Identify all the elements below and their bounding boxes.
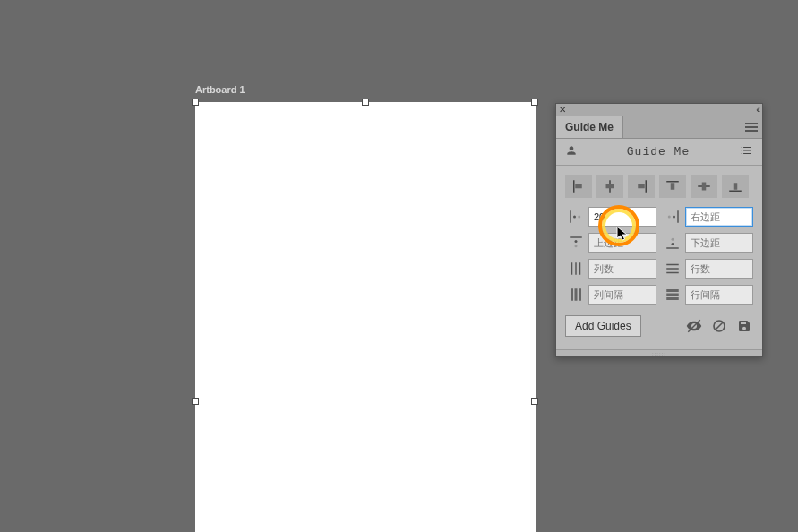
- svg-rect-4: [646, 180, 648, 193]
- align-hcenter-button[interactable]: [596, 175, 623, 198]
- selection-handle-tc[interactable]: [362, 99, 369, 106]
- margin-grid: [556, 203, 762, 315]
- gap-row: [565, 285, 753, 305]
- align-bottom-button[interactable]: [722, 175, 749, 198]
- panel-tab-guide-me[interactable]: Guide Me: [556, 116, 623, 138]
- svg-line-38: [716, 322, 723, 330]
- svg-rect-27: [666, 264, 679, 266]
- svg-rect-31: [575, 288, 578, 301]
- svg-rect-26: [579, 262, 581, 275]
- align-buttons-row: [556, 166, 762, 203]
- svg-rect-18: [570, 236, 582, 238]
- svg-rect-3: [606, 184, 614, 189]
- panel-tabbar: Guide Me: [556, 116, 762, 139]
- panel-title: Guide Me: [578, 145, 739, 159]
- svg-rect-11: [734, 183, 738, 190]
- panel-body: Guide Me: [556, 139, 762, 349]
- svg-rect-30: [571, 288, 573, 301]
- svg-rect-15: [677, 210, 679, 223]
- svg-point-19: [575, 240, 578, 243]
- column-gap-icon: [565, 285, 587, 305]
- svg-rect-24: [571, 262, 573, 275]
- panel-resize-grip[interactable]: ::::::: [556, 349, 762, 356]
- svg-rect-29: [666, 272, 679, 274]
- columns-icon: [565, 259, 587, 279]
- list-icon[interactable]: [739, 144, 753, 160]
- svg-rect-5: [638, 184, 645, 189]
- user-icon[interactable]: [565, 144, 578, 159]
- svg-rect-10: [729, 191, 742, 193]
- panel-close-icon[interactable]: ✕: [559, 105, 566, 115]
- count-row: [565, 259, 753, 279]
- artboard-label: Artboard 1: [195, 84, 245, 95]
- align-right-button[interactable]: [628, 175, 655, 198]
- selection-handle-tl[interactable]: [192, 99, 199, 106]
- svg-rect-0: [573, 180, 575, 193]
- panel-collapse-icon[interactable]: ‹‹: [756, 105, 759, 115]
- svg-point-20: [575, 245, 578, 247]
- artboard-canvas[interactable]: [195, 102, 536, 532]
- column-gap-input[interactable]: [588, 285, 656, 305]
- rows-input[interactable]: [685, 259, 753, 279]
- selection-handle-tr[interactable]: [531, 99, 538, 106]
- bottom-margin-input[interactable]: [685, 233, 753, 253]
- panel-title-row: Guide Me: [556, 139, 762, 166]
- margin-row-lr: [565, 207, 753, 227]
- svg-point-14: [578, 216, 580, 219]
- margin-left-icon: [565, 207, 587, 227]
- add-guides-button[interactable]: Add Guides: [565, 315, 641, 337]
- panel-chrome: ✕ ‹‹: [556, 104, 762, 116]
- svg-point-17: [668, 216, 671, 219]
- svg-rect-1: [575, 184, 582, 189]
- svg-point-16: [673, 216, 675, 219]
- align-left-button[interactable]: [565, 175, 592, 198]
- clear-guides-icon[interactable]: [710, 317, 728, 335]
- action-row: Add Guides: [556, 315, 762, 349]
- svg-rect-12: [570, 210, 571, 223]
- margin-row-tb: [565, 233, 753, 253]
- svg-point-23: [672, 238, 674, 241]
- svg-rect-32: [579, 288, 581, 301]
- margin-right-icon: [662, 207, 683, 227]
- align-vcenter-button[interactable]: [691, 175, 717, 198]
- svg-rect-35: [666, 297, 679, 300]
- svg-rect-28: [666, 268, 679, 270]
- svg-rect-7: [671, 183, 675, 190]
- svg-rect-33: [666, 289, 679, 292]
- selection-handle-mr[interactable]: [531, 398, 538, 405]
- svg-rect-34: [666, 294, 679, 296]
- margin-top-icon: [565, 233, 587, 253]
- panel-menu-icon[interactable]: [741, 116, 762, 138]
- svg-rect-6: [666, 181, 679, 183]
- top-margin-input[interactable]: [588, 233, 656, 253]
- guide-me-panel: ✕ ‹‹ Guide Me Guide Me: [555, 103, 763, 357]
- svg-point-13: [573, 216, 576, 219]
- save-icon[interactable]: [735, 317, 753, 335]
- svg-rect-25: [575, 262, 577, 275]
- margin-bottom-icon: [662, 233, 683, 253]
- rows-icon: [662, 259, 683, 279]
- visibility-toggle-icon[interactable]: [685, 317, 703, 335]
- left-margin-input[interactable]: [588, 207, 656, 227]
- right-margin-input[interactable]: [685, 207, 753, 227]
- row-gap-input[interactable]: [685, 285, 753, 305]
- svg-point-22: [672, 243, 674, 245]
- columns-input[interactable]: [588, 259, 656, 279]
- hamburger-icon: [745, 121, 758, 133]
- svg-rect-21: [666, 247, 679, 249]
- row-gap-icon: [662, 285, 683, 305]
- svg-rect-9: [702, 183, 707, 191]
- selection-handle-ml[interactable]: [192, 398, 199, 405]
- align-top-button[interactable]: [659, 175, 686, 198]
